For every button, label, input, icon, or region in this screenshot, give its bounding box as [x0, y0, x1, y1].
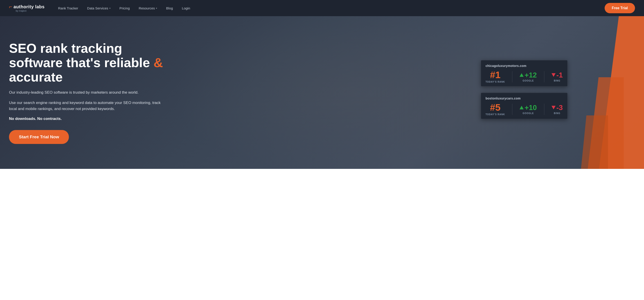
arrow-up-icon-1	[520, 73, 524, 77]
rank-number-2: #5	[490, 103, 501, 112]
rank-google-val-1: +12	[520, 71, 537, 79]
hero-no-download: No downloads. No contracts.	[9, 117, 163, 121]
rank-stat-today-1: #1 TODAY'S RANK	[486, 70, 505, 83]
rank-bing-1: -1 BING	[552, 71, 563, 82]
rank-cards: chicagoluxurymotors.com #1 TODAY'S RANK …	[481, 60, 568, 119]
rank-stat-today-2: #5 TODAY'S RANK	[486, 103, 505, 116]
hero-headline: SEO rank tracking software that's reliab…	[9, 41, 163, 84]
free-trial-button[interactable]: Free Trial	[604, 3, 635, 13]
rank-google-label-1: GOOGLE	[522, 79, 534, 82]
headline-part2: software that's reliable	[9, 55, 154, 70]
rank-bing-2: -3 BING	[552, 104, 563, 115]
chevron-down-icon: ▾	[109, 7, 110, 9]
arrow-down-icon-2	[552, 106, 556, 109]
rank-card-1-stats: #1 TODAY'S RANK +12 GOOGLE -1	[486, 70, 563, 83]
headline-part3: accurate	[9, 70, 63, 84]
nav-blog[interactable]: Blog	[166, 6, 173, 10]
nav-rank-tracker[interactable]: Rank Tracker	[58, 6, 78, 10]
chevron-down-icon-2: ▾	[156, 7, 157, 9]
nav-login[interactable]: Login	[182, 6, 190, 10]
headline-ampersand: &	[154, 55, 163, 70]
rank-bing-val-1: -1	[552, 71, 563, 79]
start-trial-button[interactable]: Start Free Trial Now	[9, 130, 69, 144]
rank-google-2: +10 GOOGLE	[520, 104, 537, 115]
logo-sub: by traject	[16, 9, 44, 12]
rank-card-1: chicagoluxurymotors.com #1 TODAY'S RANK …	[481, 60, 568, 86]
hero-subtext-2: Use our search engine ranking and keywor…	[9, 100, 162, 112]
logo-text: authority labs	[14, 4, 44, 9]
nav-resources[interactable]: Resources ▾	[139, 6, 157, 10]
divider-2	[544, 71, 544, 82]
logo[interactable]: ⌐ authority labs by traject	[9, 4, 44, 12]
rank-bing-label-2: BING	[554, 112, 560, 115]
logo-icon: ⌐	[9, 4, 12, 9]
arrow-up-icon-2	[520, 106, 524, 109]
rank-bing-label-1: BING	[554, 79, 560, 82]
arrow-down-icon-1	[552, 73, 556, 77]
rank-number-1: #1	[490, 70, 501, 80]
rank-bing-val-2: -3	[552, 104, 563, 111]
divider-4	[544, 104, 544, 115]
nav-pricing[interactable]: Pricing	[120, 6, 130, 10]
hero-subtext-1: Our industry-leading SEO software is tru…	[9, 90, 162, 95]
rank-label-1: TODAY'S RANK	[486, 81, 505, 83]
rank-card-2-domain: bostonluxurycars.com	[486, 97, 563, 100]
rank-google-val-2: +10	[520, 104, 537, 111]
hero-content: SEO rank tracking software that's reliab…	[0, 28, 176, 157]
nav-links: Rank Tracker Data Services ▾ Pricing Res…	[58, 6, 604, 10]
navbar: ⌐ authority labs by traject Rank Tracker…	[0, 0, 644, 16]
nav-data-services[interactable]: Data Services ▾	[87, 6, 110, 10]
rank-google-1: +12 GOOGLE	[520, 71, 537, 82]
hero-section: SEO rank tracking software that's reliab…	[0, 16, 644, 169]
rank-google-label-2: GOOGLE	[522, 112, 534, 115]
rank-card-2: bostonluxurycars.com #5 TODAY'S RANK +10…	[481, 93, 568, 119]
rank-label-2: TODAY'S RANK	[486, 113, 505, 116]
headline-part1: SEO rank tracking	[9, 41, 122, 55]
rank-card-2-stats: #5 TODAY'S RANK +10 GOOGLE -3	[486, 103, 563, 116]
rank-card-1-domain: chicagoluxurymotors.com	[486, 64, 563, 68]
